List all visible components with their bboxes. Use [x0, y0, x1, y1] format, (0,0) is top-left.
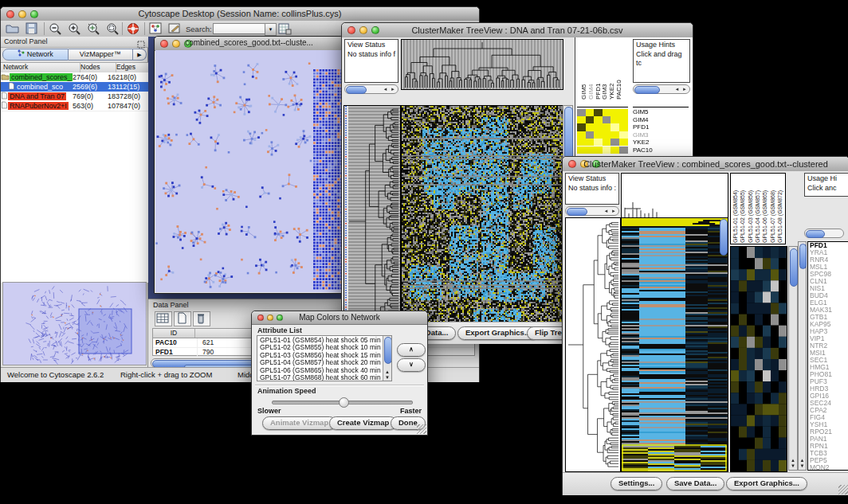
slider-thumb[interactable]	[339, 397, 349, 408]
move-up-button[interactable]: ∧	[397, 343, 426, 357]
gene-label[interactable]: MON2	[810, 464, 848, 471]
heatmap-canvas[interactable]	[401, 105, 563, 338]
matrix-cell[interactable]	[594, 109, 603, 116]
column-label[interactable]: GIM4	[587, 84, 595, 100]
matrix-cell[interactable]	[610, 147, 619, 154]
treeview-combined-button-save-data[interactable]: Save Data...	[666, 477, 724, 490]
row-label[interactable]: PFD1	[633, 123, 689, 131]
column-tree-area[interactable]	[621, 173, 728, 219]
matrix-cell[interactable]	[603, 116, 611, 123]
zoom-selected-icon[interactable]	[106, 22, 122, 36]
matrix-cell[interactable]	[619, 123, 628, 131]
column-label[interactable]: GIM5	[580, 84, 587, 100]
column-label[interactable]: GPL51-03 (GSM856)	[748, 190, 753, 243]
save-icon[interactable]	[25, 22, 41, 36]
matrix-cell[interactable]	[603, 123, 611, 131]
matrix-cell[interactable]	[594, 131, 603, 139]
matrix-cell[interactable]	[586, 116, 595, 123]
matrix-cell[interactable]	[594, 116, 603, 123]
animate-vizmap-button[interactable]: Animate Vizmap	[262, 416, 336, 430]
matrix-cell[interactable]	[610, 116, 619, 123]
treeview-combined-titlebar[interactable]: ClusterMaker TreeView : combined_scores_…	[563, 157, 848, 172]
zoom-in-icon[interactable]	[68, 22, 84, 36]
treeview-dna-titlebar[interactable]: ClusterMaker TreeView : DNA and Tran 07-…	[342, 23, 693, 38]
resize-grip[interactable]	[417, 424, 426, 434]
matrix-cell[interactable]	[577, 147, 586, 154]
row-label[interactable]: GIM5	[633, 108, 689, 116]
attribute-list-item[interactable]: GPL51-07 (GSM868) heat shock 60 min	[257, 374, 382, 381]
matrix-cell[interactable]	[577, 116, 586, 123]
import-table-icon[interactable]	[278, 22, 294, 36]
treeview-combined-button-settings[interactable]: Settings...	[610, 477, 662, 490]
matrix-cell[interactable]	[594, 123, 603, 131]
annotation-icon[interactable]	[168, 22, 184, 36]
matrix-cell[interactable]	[577, 109, 586, 116]
matrix-cell[interactable]	[594, 139, 603, 146]
usage-hints-scrollbar[interactable]: ◄ ►	[633, 84, 690, 94]
matrix-cell[interactable]	[610, 123, 619, 131]
matrix-cell[interactable]	[577, 131, 586, 139]
zoom-vscrollbar[interactable]: ▲▼	[788, 246, 798, 471]
zoom-heatmap-matrix[interactable]	[577, 107, 628, 154]
network-list-row[interactable]: combined_sco2569(6)13112(15)	[1, 82, 148, 92]
overview-canvas[interactable]	[3, 283, 146, 365]
row-label[interactable]: GIM3	[633, 131, 689, 139]
resize-grip[interactable]	[838, 485, 848, 494]
matrix-cell[interactable]	[586, 139, 595, 146]
column-label[interactable]: YKE2	[608, 84, 615, 100]
matrix-cell[interactable]	[586, 147, 595, 154]
network-view-titlebar[interactable]: combined_scores_good.txt--cluste...	[155, 37, 344, 51]
usage-hints-scrollbar[interactable]	[804, 229, 844, 238]
column-label[interactable]: GPL51-02 (GSM855)	[740, 190, 745, 243]
row-label[interactable]: GIM4	[633, 116, 689, 124]
matrix-cell[interactable]	[603, 139, 611, 146]
zoom-out-icon[interactable]	[49, 22, 65, 36]
matrix-cell[interactable]	[586, 109, 595, 116]
animation-speed-slider[interactable]	[272, 400, 413, 404]
zoom-fit-icon[interactable]	[87, 22, 103, 36]
move-down-button[interactable]: ∨	[397, 358, 426, 372]
heatmap-vscroll-thumb[interactable]	[720, 219, 728, 256]
view-status-scrollbar[interactable]: ◄ ►	[565, 206, 619, 216]
column-label[interactable]: GPL51-04 (GSM857)	[755, 190, 760, 243]
tab-overflow-button[interactable]: ▶	[133, 49, 147, 61]
tab-vizmapper[interactable]: VizMapper™	[69, 49, 134, 61]
matrix-cell[interactable]	[619, 116, 628, 123]
attribute-select-icon[interactable]	[155, 311, 172, 326]
column-label[interactable]: PAC10	[615, 80, 622, 100]
network-list-row[interactable]: DNA and Tran 07769(0)183728(0)	[1, 92, 148, 101]
column-dendrogram[interactable]	[401, 39, 563, 90]
tab-network[interactable]: Network	[2, 49, 69, 61]
open-file-icon[interactable]	[6, 22, 22, 36]
main-titlebar[interactable]: Cytoscape Desktop (Session Name: collins…	[1, 7, 479, 21]
delete-attribute-icon[interactable]	[193, 311, 210, 326]
matrix-cell[interactable]	[586, 131, 595, 139]
column-label[interactable]: GPL51-07 (GSM868)	[770, 190, 775, 243]
matrix-cell[interactable]	[603, 109, 611, 116]
column-label[interactable]: GPL51-08 (GSM872)	[777, 190, 783, 243]
network-list-row[interactable]: combined_scores_2764(0)16218(0)	[1, 72, 148, 82]
dialog-titlebar[interactable]: Map Colors to Network	[252, 311, 427, 325]
matrix-cell[interactable]	[619, 139, 628, 146]
search-dropdown-arrow-icon[interactable]: ▼	[265, 23, 277, 36]
network-overview-icon[interactable]	[149, 22, 165, 36]
new-attribute-icon[interactable]	[174, 311, 191, 326]
row-label[interactable]: YKE2	[633, 139, 689, 147]
matrix-cell[interactable]	[586, 123, 595, 131]
attribute-list[interactable]: GPL51-01 (GSM854) heat shock 05 minGPL51…	[257, 335, 392, 381]
create-vizmap-button[interactable]: Create Vizmap	[329, 416, 397, 430]
zoom-heatmap-canvas[interactable]	[730, 246, 787, 472]
matrix-cell[interactable]	[619, 131, 628, 139]
attribute-list-scrollbar[interactable]: ▲▼	[383, 336, 391, 381]
search-input[interactable]	[213, 23, 265, 34]
network-view-canvas[interactable]	[155, 50, 343, 292]
gene-label-list[interactable]: PFD1YRA1RNR4MSL1SPC98CLN1NIS1BUD4ELG1MAK…	[807, 241, 848, 471]
column-label[interactable]: GPL51-06 (GSM865)	[762, 190, 768, 243]
network-overview-panel[interactable]	[2, 282, 147, 365]
column-header-id[interactable]: ID	[153, 329, 195, 338]
network-list-row[interactable]: RNAPuberNov2+I563(0)107847(0)	[1, 101, 148, 111]
matrix-cell[interactable]	[603, 147, 611, 154]
help-lifering-icon[interactable]	[127, 22, 143, 36]
matrix-cell[interactable]	[619, 109, 628, 116]
matrix-cell[interactable]	[619, 147, 628, 154]
